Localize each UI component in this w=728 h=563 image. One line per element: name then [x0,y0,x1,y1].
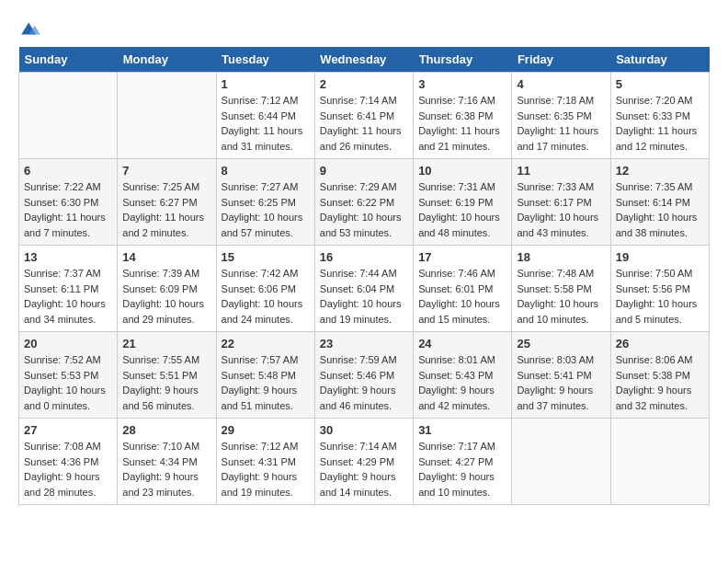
day-cell: 17Sunrise: 7:46 AMSunset: 6:01 PMDayligh… [414,246,512,332]
day-cell: 28Sunrise: 7:10 AMSunset: 4:34 PMDayligh… [118,419,216,505]
day-info-text: Sunset: 6:33 PM [616,109,704,124]
day-info-text: Sunset: 5:38 PM [616,368,704,384]
day-info-text: Sunrise: 7:08 AM [24,439,112,454]
day-cell: 30Sunrise: 7:14 AMSunset: 4:29 PMDayligh… [314,419,413,505]
day-info-text: Sunset: 6:01 PM [418,282,506,297]
day-info-text: Daylight: 10 hours and 34 minutes. [24,296,112,327]
day-info-text: Sunrise: 7:42 AM [222,266,310,282]
day-info-text: Sunrise: 7:48 AM [517,266,605,282]
day-info-text: Sunrise: 7:25 AM [122,179,210,195]
day-cell: 13Sunrise: 7:37 AMSunset: 6:11 PMDayligh… [19,246,118,332]
day-cell: 15Sunrise: 7:42 AMSunset: 6:06 PMDayligh… [216,246,314,332]
day-info-text: Sunset: 4:27 PM [418,454,506,470]
day-number: 28 [122,423,210,437]
day-info-text: Sunrise: 7:55 AM [122,352,210,368]
day-info-text: Sunrise: 7:50 AM [616,266,704,282]
day-info-text: Sunrise: 8:03 AM [517,352,605,368]
day-number: 25 [517,337,605,350]
day-info-text: Daylight: 11 hours and 12 minutes. [616,123,704,154]
day-info-text: Sunrise: 7:35 AM [616,179,704,195]
day-cell: 4Sunrise: 7:18 AMSunset: 6:35 PMDaylight… [512,73,610,159]
day-number: 13 [24,250,112,264]
day-number: 6 [24,164,112,178]
day-info-text: Sunrise: 7:57 AM [222,352,310,368]
day-info-text: Sunrise: 7:10 AM [122,439,210,454]
day-info-text: Sunset: 6:11 PM [24,282,112,297]
header-cell-wednesday: Wednesday [314,47,413,73]
day-cell: 29Sunrise: 7:12 AMSunset: 4:31 PMDayligh… [216,419,314,505]
week-row-5: 27Sunrise: 7:08 AMSunset: 4:36 PMDayligh… [19,419,710,505]
day-cell: 12Sunrise: 7:35 AMSunset: 6:14 PMDayligh… [610,159,709,246]
day-cell: 26Sunrise: 8:06 AMSunset: 5:38 PMDayligh… [610,332,709,419]
day-info-text: Sunset: 5:48 PM [222,368,310,384]
header-cell-saturday: Saturday [610,47,709,73]
day-info-text: Daylight: 10 hours and 43 minutes. [517,210,605,240]
day-info-text: Sunset: 4:31 PM [222,454,310,470]
header-cell-sunday: Sunday [19,47,118,73]
day-info-text: Sunset: 5:43 PM [418,368,506,384]
day-info-text: Sunrise: 7:37 AM [24,266,112,282]
day-info-text: Sunset: 6:25 PM [222,195,310,211]
day-info-text: Sunrise: 7:39 AM [122,266,210,282]
day-info-text: Sunset: 5:58 PM [517,282,605,297]
day-cell: 14Sunrise: 7:39 AMSunset: 6:09 PMDayligh… [118,246,216,332]
day-info-text: Sunrise: 7:33 AM [517,179,605,195]
day-number: 21 [122,337,210,350]
day-number: 24 [418,337,506,350]
day-cell: 16Sunrise: 7:44 AMSunset: 6:04 PMDayligh… [314,246,413,332]
header-cell-thursday: Thursday [414,47,512,73]
day-info-text: Sunrise: 7:14 AM [320,439,408,454]
day-cell [118,73,216,159]
day-number: 22 [222,337,310,350]
day-info-text: Daylight: 9 hours and 10 minutes. [418,469,506,500]
day-info-text: Sunset: 4:36 PM [24,454,112,470]
day-cell: 23Sunrise: 7:59 AMSunset: 5:46 PMDayligh… [314,332,413,419]
day-info-text: Daylight: 9 hours and 51 minutes. [222,383,310,413]
day-info-text: Daylight: 10 hours and 24 minutes. [222,296,310,327]
day-number: 30 [320,423,408,437]
day-info-text: Sunset: 6:04 PM [320,282,408,297]
day-cell: 5Sunrise: 7:20 AMSunset: 6:33 PMDaylight… [610,73,709,159]
header-row: SundayMondayTuesdayWednesdayThursdayFrid… [19,47,710,73]
day-info-text: Sunset: 6:22 PM [320,195,408,211]
day-info-text: Daylight: 9 hours and 56 minutes. [122,383,210,413]
day-info-text: Sunrise: 7:46 AM [418,266,506,282]
day-info-text: Sunset: 5:41 PM [517,368,605,384]
day-info-text: Sunset: 4:34 PM [122,454,210,470]
day-number: 19 [616,250,704,264]
day-info-text: Daylight: 10 hours and 53 minutes. [320,210,408,240]
day-info-text: Sunset: 6:35 PM [517,109,605,124]
day-info-text: Daylight: 11 hours and 26 minutes. [320,123,408,154]
week-row-1: 1Sunrise: 7:12 AMSunset: 6:44 PMDaylight… [19,73,710,159]
day-info-text: Sunset: 6:30 PM [24,195,112,211]
day-cell: 7Sunrise: 7:25 AMSunset: 6:27 PMDaylight… [118,159,216,246]
day-info-text: Sunset: 6:06 PM [222,282,310,297]
week-row-2: 6Sunrise: 7:22 AMSunset: 6:30 PMDaylight… [19,159,710,246]
day-info-text: Daylight: 10 hours and 0 minutes. [24,383,112,413]
day-info-text: Sunset: 4:29 PM [320,454,408,470]
day-number: 7 [122,164,210,178]
day-info-text: Sunrise: 7:22 AM [24,179,112,195]
day-info-text: Sunset: 6:17 PM [517,195,605,211]
day-info-text: Daylight: 11 hours and 2 minutes. [122,210,210,240]
day-info-text: Sunset: 6:27 PM [122,195,210,211]
day-info-text: Daylight: 9 hours and 37 minutes. [517,383,605,413]
header-cell-tuesday: Tuesday [216,47,314,73]
day-info-text: Daylight: 10 hours and 15 minutes. [418,296,506,327]
day-cell: 22Sunrise: 7:57 AMSunset: 5:48 PMDayligh… [216,332,314,419]
day-number: 29 [222,423,310,437]
day-info-text: Daylight: 9 hours and 19 minutes. [222,469,310,500]
day-info-text: Sunset: 5:51 PM [122,368,210,384]
day-number: 8 [222,164,310,178]
day-info-text: Daylight: 9 hours and 14 minutes. [320,469,408,500]
day-info-text: Daylight: 11 hours and 17 minutes. [517,123,605,154]
day-cell [19,73,118,159]
day-info-text: Daylight: 9 hours and 42 minutes. [418,383,506,413]
logo [18,18,44,38]
day-number: 18 [517,250,605,264]
day-info-text: Sunrise: 7:31 AM [418,179,506,195]
day-info-text: Daylight: 10 hours and 10 minutes. [517,296,605,327]
day-number: 17 [418,250,506,264]
day-cell [512,419,610,505]
day-info-text: Sunrise: 7:17 AM [418,439,506,454]
